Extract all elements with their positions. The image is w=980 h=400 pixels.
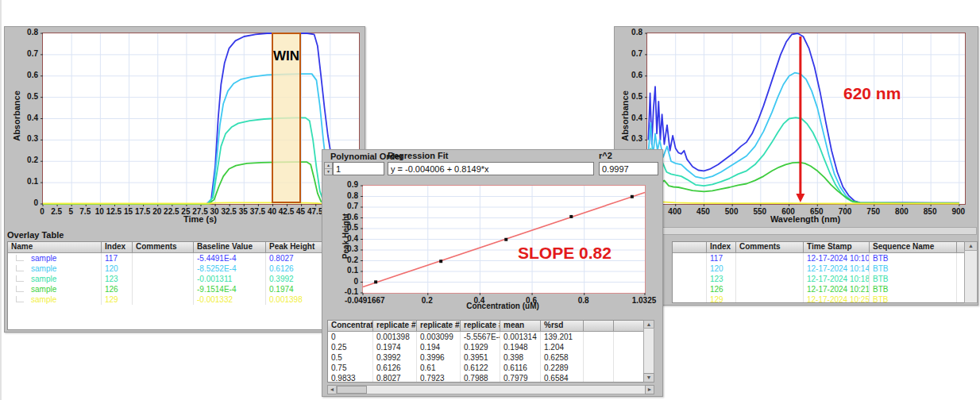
column-header[interactable]: Sequence Name: [870, 242, 957, 252]
y-tick-label: 0.3: [6, 135, 38, 143]
pane-divider-strip[interactable]: [618, 227, 977, 235]
y-tick-label: 0.5: [326, 224, 358, 232]
column-header[interactable]: Time Stamp: [804, 242, 870, 252]
table-cell: 0.7988: [461, 373, 500, 383]
table-cell: [673, 253, 707, 263]
vertical-scrollbar[interactable]: [643, 328, 654, 374]
table-cell: [736, 284, 804, 294]
scroll-down-button[interactable]: ▼: [643, 373, 654, 383]
table-row[interactable]: 12912-17-2024 10:25:47BTB: [673, 294, 964, 303]
table-cell: BTB: [870, 294, 957, 303]
y-tick-label: 0.3: [326, 245, 358, 253]
table-row[interactable]: 12012-17-2024 10:14:21BTB: [673, 263, 964, 274]
table-cell: -5.5567E-4: [461, 332, 500, 342]
x-tick-label: 0.2: [410, 297, 445, 305]
scroll-right-button[interactable]: ►: [645, 385, 654, 394]
regression-fit-input[interactable]: [388, 162, 594, 175]
table-row[interactable]: sample126-9.1514E-40.1974: [8, 284, 361, 294]
table-cell: 0.398: [500, 352, 541, 363]
timecourse-plot: [42, 33, 360, 205]
x-axis-label-concentration: Concentration (uM): [423, 302, 582, 310]
y-tick-label: 0.6: [611, 71, 642, 79]
table-row[interactable]: 0.98330.80270.79230.79880.79790.6584: [328, 373, 643, 383]
table-cell: 0.194: [417, 342, 461, 352]
spinner-up-icon[interactable]: ▲: [325, 163, 332, 169]
x-tick-label: 900: [941, 208, 976, 216]
table-cell: [133, 274, 194, 284]
table-row[interactable]: 0.50.39920.39960.39510.3980.6258: [328, 352, 643, 363]
table-cell: [584, 332, 614, 342]
table-cell: 123: [707, 274, 736, 284]
table-row[interactable]: 0.750.61260.610.61220.61160.2289: [328, 363, 643, 373]
table-row[interactable]: sample129-0.0013320.001398: [8, 294, 361, 305]
table-cell: 12-17-2024 10:10:32: [804, 253, 870, 263]
table-cell: -9.1514E-4: [194, 284, 266, 294]
table-cell: [673, 274, 707, 284]
table-cell: 0.001314: [500, 332, 541, 342]
slope-annotation: SLOPE 0.82: [518, 244, 612, 263]
table-row[interactable]: sample117-5.4491E-40.8027: [8, 253, 361, 263]
column-header[interactable]: [673, 242, 707, 252]
table-cell: 0.1929: [461, 342, 500, 352]
column-header[interactable]: [614, 321, 644, 331]
table-cell: 0.2289: [541, 363, 584, 373]
table-row[interactable]: 12612-17-2024 10:21:58BTB: [673, 284, 964, 294]
tree-branch-icon: [16, 296, 24, 302]
table-cell: [584, 352, 614, 363]
polynomial-order-spinner[interactable]: ▲ ▼: [324, 162, 333, 175]
table-cell: 12-17-2024 10:21:58: [804, 284, 870, 294]
table-cell: 0.1948: [500, 342, 541, 352]
polynomial-order-input[interactable]: [333, 162, 384, 175]
table-cell: 129: [707, 294, 736, 303]
table-row[interactable]: 11712-17-2024 10:10:32BTB: [673, 253, 964, 263]
x-tick-label: 0.8: [566, 297, 601, 305]
table-cell: 126: [707, 284, 736, 294]
data-point: [569, 215, 573, 218]
spinner-down-icon[interactable]: ▼: [325, 169, 332, 175]
table-cell: 0.9833: [328, 373, 373, 383]
column-header[interactable]: Name: [8, 242, 102, 252]
column-header[interactable]: replicate #3: [461, 321, 500, 331]
x-tick-label: 0.4: [461, 297, 496, 305]
column-header[interactable]: %rsd: [541, 321, 584, 331]
column-header[interactable]: Baseline Value: [194, 242, 266, 252]
y-tick-label: 0.7: [6, 50, 38, 58]
y-tick-label: 0.5: [6, 93, 38, 101]
column-header[interactable]: mean: [500, 321, 541, 331]
table-cell: 120: [102, 263, 133, 274]
tree-branch-icon: [16, 265, 24, 271]
x-tick-label: -0.0491667: [345, 297, 380, 305]
wavelength-annotation: 620 nm: [843, 84, 901, 103]
vertical-scrollbar[interactable]: [964, 250, 978, 303]
r-squared-input[interactable]: [599, 162, 658, 175]
y-tick-label: 0.8: [326, 192, 358, 200]
table-cell: [736, 274, 804, 284]
table-cell: sample: [8, 253, 102, 263]
column-header[interactable]: Comments: [133, 242, 194, 252]
table-cell: 0.3996: [417, 352, 461, 363]
table-row[interactable]: 00.0013980.003099-5.5567E-40.001314139.2…: [328, 332, 643, 342]
y-tick-label: 0.6: [326, 213, 358, 221]
column-header[interactable]: replicate #1: [373, 321, 417, 331]
column-header[interactable]: [584, 321, 614, 331]
horizontal-scrollbar[interactable]: [336, 385, 646, 394]
table-cell: [614, 342, 644, 352]
y-tick-label: 0.2: [326, 256, 358, 264]
regression-fit-label: Regression Fit: [388, 151, 448, 160]
horizontal-scrollbar-thumb[interactable]: [337, 386, 367, 394]
table-row[interactable]: sample123-0.0013110.3992: [8, 274, 361, 284]
table-cell: BTB: [870, 284, 957, 294]
table-row[interactable]: sample120-8.5252E-40.6126: [8, 263, 361, 274]
column-header[interactable]: Index: [707, 242, 736, 252]
table-cell: sample: [8, 294, 102, 305]
column-header[interactable]: Comments: [736, 242, 804, 252]
table-row[interactable]: 0.250.19740.1940.19290.19481.204: [328, 342, 643, 352]
table-cell: [133, 263, 194, 274]
y-tick-label: 0.9: [326, 181, 358, 189]
column-header[interactable]: replicate #2: [417, 321, 461, 331]
table-cell: 12-17-2024 10:18:10: [804, 274, 870, 284]
table-row[interactable]: 12312-17-2024 10:18:10BTB: [673, 274, 964, 284]
column-header[interactable]: Index: [102, 242, 133, 252]
table-cell: 0.3951: [461, 352, 500, 363]
column-header[interactable]: Concentration: [328, 321, 373, 331]
